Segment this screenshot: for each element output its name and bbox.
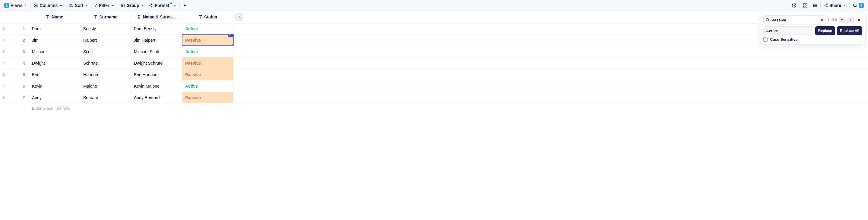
svg-rect-13: [806, 6, 807, 7]
cell[interactable]: Erin: [29, 69, 80, 80]
svg-point-22: [826, 6, 828, 7]
views-label: Views: [10, 3, 22, 8]
drag-handle-icon[interactable]: [2, 96, 6, 100]
drag-handle-icon[interactable]: [2, 84, 6, 88]
replace-input[interactable]: [763, 26, 813, 35]
status-cell[interactable]: Passive: [182, 92, 234, 103]
expand-cell-icon[interactable]: [228, 34, 234, 37]
cell[interactable]: Bernard: [80, 92, 131, 103]
cell[interactable]: Schrute: [80, 57, 131, 68]
cell[interactable]: Beesly: [80, 23, 131, 34]
column-header-name[interactable]: Name: [29, 11, 80, 23]
svg-point-19: [813, 6, 813, 7]
toolbar-separator: [800, 2, 800, 9]
rownum-cell[interactable]: 4: [0, 57, 29, 68]
sort-button[interactable]: Sort: [67, 1, 91, 9]
replace-all-button[interactable]: Replace All: [837, 26, 862, 35]
find-prev-button[interactable]: [847, 17, 854, 23]
svg-rect-11: [806, 4, 807, 5]
add-button[interactable]: [180, 2, 189, 9]
gear-icon: [34, 3, 38, 7]
rownum-cell[interactable]: 1: [0, 23, 29, 34]
cell[interactable]: Michael Scott: [131, 46, 182, 57]
cell[interactable]: Jim Halpert: [131, 34, 182, 46]
svg-point-7: [152, 5, 152, 5]
cell[interactable]: Andy Bernard: [131, 92, 182, 103]
svg-marker-83: [841, 19, 843, 21]
row-number: 3: [23, 49, 25, 54]
column-header-name-surname[interactable]: Name & Surna…: [131, 11, 182, 23]
rownum-cell[interactable]: 6: [0, 80, 29, 91]
cell[interactable]: Pam: [29, 23, 80, 34]
rownum-cell[interactable]: 5: [0, 69, 29, 80]
cell[interactable]: Erin Hannon: [131, 69, 182, 80]
cell[interactable]: Kevin: [29, 80, 80, 91]
status-cell[interactable]: Active: [182, 46, 234, 57]
cell[interactable]: Pam Beesly: [131, 23, 182, 34]
toolbar-separator: [66, 2, 66, 9]
column-header-status[interactable]: Status: [182, 11, 234, 23]
filter-icon: [93, 3, 97, 7]
svg-point-51: [3, 51, 4, 52]
add-column-button[interactable]: [235, 13, 243, 21]
svg-point-74: [4, 97, 5, 97]
status-cell[interactable]: Passive: [182, 57, 234, 68]
drag-handle-icon[interactable]: [2, 50, 6, 54]
cell[interactable]: Dwight Schrute: [131, 57, 182, 68]
cell[interactable]: Malone: [80, 80, 131, 91]
table-row: 7AndyBernardAndy BernardPassive: [0, 92, 868, 103]
status-cell[interactable]: Active: [182, 80, 234, 91]
text-type-icon: [198, 15, 203, 19]
filter-button[interactable]: Filter: [91, 1, 117, 9]
drag-handle-icon[interactable]: [2, 73, 6, 77]
list-view-button[interactable]: [810, 1, 820, 9]
views-button[interactable]: 1 Views: [2, 1, 30, 9]
svg-point-70: [4, 86, 5, 86]
replace-button[interactable]: Replace: [815, 26, 835, 35]
new-row-hint: Enter to add new row.: [29, 106, 70, 111]
group-label: Group: [127, 3, 140, 8]
columns-button[interactable]: Columns: [31, 1, 65, 9]
svg-point-64: [4, 74, 5, 75]
group-button[interactable]: Group: [119, 1, 147, 9]
status-cell[interactable]: Passive: [182, 34, 234, 46]
table-row: 4DwightSchruteDwight SchrutePassive: [0, 57, 868, 69]
cell[interactable]: Michael: [29, 46, 80, 57]
cell[interactable]: Scott: [80, 46, 131, 57]
new-row[interactable]: Enter to add new row.: [0, 103, 868, 113]
cell[interactable]: Dwight: [29, 57, 80, 68]
drag-handle-icon[interactable]: [2, 38, 6, 42]
find-input[interactable]: [772, 18, 818, 22]
rownum-cell[interactable]: 3: [0, 46, 29, 57]
status-cell[interactable]: Active: [182, 23, 234, 34]
clear-search-icon[interactable]: [820, 18, 824, 22]
share-button[interactable]: Share: [821, 1, 849, 9]
cell-resize-handle[interactable]: [231, 44, 234, 46]
format-label: Format: [155, 3, 169, 8]
case-sensitive-checkbox[interactable]: [763, 37, 768, 42]
body-rows: 1PamBeeslyPam BeeslyActive 2JimHalpertJi…: [0, 23, 868, 103]
history-icon: [792, 3, 797, 8]
rownum-cell[interactable]: 7: [0, 92, 29, 103]
cell[interactable]: Kevin Malone: [131, 80, 182, 91]
cell[interactable]: Andy: [29, 92, 80, 103]
find-next-button[interactable]: [839, 17, 845, 23]
drag-handle-icon[interactable]: [2, 27, 6, 30]
svg-point-56: [4, 62, 5, 62]
row-number: 6: [23, 84, 25, 88]
card-view-button[interactable]: [801, 1, 810, 9]
history-button[interactable]: [789, 1, 799, 9]
list-view-icon: [812, 3, 817, 8]
column-header-surname[interactable]: Surname: [80, 11, 131, 23]
formula-sigma-icon: [137, 15, 141, 19]
close-find-panel[interactable]: [856, 17, 862, 23]
cell[interactable]: Jim: [29, 34, 80, 46]
rownum-cell[interactable]: 2: [0, 34, 29, 46]
drag-handle-icon[interactable]: [2, 61, 6, 65]
cell[interactable]: Halpert: [80, 34, 131, 46]
search-button[interactable]: 4: [850, 1, 866, 9]
cell[interactable]: Hannon: [80, 69, 131, 80]
status-cell[interactable]: Passive: [182, 69, 234, 80]
table-row: 6KevinMaloneKevin MaloneActive: [0, 80, 868, 92]
format-button[interactable]: Format: [147, 1, 179, 9]
